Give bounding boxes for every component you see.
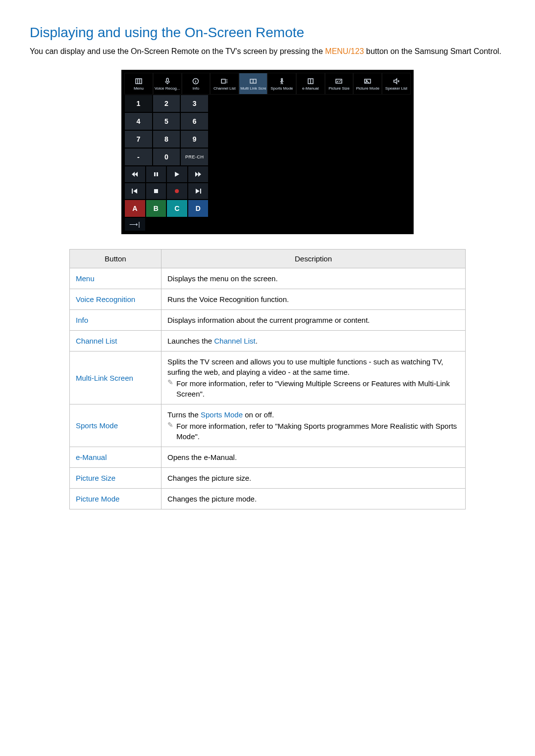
button-name: Channel List xyxy=(70,331,161,352)
picture-size-tile[interactable]: Picture Size xyxy=(325,73,354,95)
numpad-9[interactable]: 9 xyxy=(180,130,209,148)
pre-ch-button[interactable]: PRE-CH xyxy=(180,148,209,166)
info-tile[interactable]: Info xyxy=(182,73,211,95)
table-row: Sports Mode Turns the Sports Mode on or … xyxy=(70,404,466,447)
button-desc: Opens the e-Manual. xyxy=(161,447,466,468)
svg-marker-22 xyxy=(132,172,135,177)
note-icon: ✎ xyxy=(167,378,173,387)
on-screen-remote: Menu Voice Recog... Info Channel List Mu… xyxy=(121,70,414,234)
numpad-0[interactable]: 0 xyxy=(153,148,181,166)
remote-right-blank xyxy=(209,95,411,231)
play-icon xyxy=(173,171,180,177)
numpad-3[interactable]: 3 xyxy=(180,95,209,112)
menu-icon xyxy=(135,78,143,85)
color-a-button[interactable]: A xyxy=(124,200,146,217)
numpad-1[interactable]: 1 xyxy=(124,95,153,112)
button-name: e-Manual xyxy=(70,447,161,468)
sports-mode-tile-label: Sports Mode xyxy=(270,86,293,91)
skip-forward-button[interactable] xyxy=(188,183,209,200)
sports-mode-icon xyxy=(278,78,286,85)
intro-text-2: button on the Samsung Smart Control. xyxy=(364,47,501,55)
speaker-list-tile[interactable]: Speaker List xyxy=(382,73,411,95)
scroll-right-button[interactable]: ⟶| xyxy=(124,217,146,231)
svg-rect-25 xyxy=(157,172,158,176)
numpad-5[interactable]: 5 xyxy=(153,112,181,130)
fast-forward-icon xyxy=(195,171,202,177)
pause-button[interactable] xyxy=(146,166,167,183)
button-desc: Displays information about the current p… xyxy=(161,310,466,331)
color-b-button[interactable]: B xyxy=(146,200,167,217)
microphone-icon xyxy=(163,78,171,85)
rewind-button[interactable] xyxy=(124,166,146,183)
button-desc: Turns the Sports Mode on or off. ✎For mo… xyxy=(161,404,466,447)
channel-list-icon xyxy=(220,78,228,85)
skip-back-button[interactable] xyxy=(124,183,146,200)
play-button[interactable] xyxy=(166,166,188,183)
numpad-7[interactable]: 7 xyxy=(124,130,153,148)
menu123-label: MENU/123 xyxy=(325,47,364,55)
button-desc: Changes the picture size. xyxy=(161,468,466,489)
voice-recog-tile-label: Voice Recog... xyxy=(155,86,180,91)
button-desc: Launches the Channel List. xyxy=(161,331,466,352)
button-name: Info xyxy=(70,310,161,331)
stop-icon xyxy=(153,188,160,194)
numpad-6[interactable]: 6 xyxy=(180,112,209,130)
button-name: Picture Mode xyxy=(70,489,161,509)
button-name: Menu xyxy=(70,268,161,289)
multi-link-screen-tile[interactable]: Multi Link Screen xyxy=(239,73,268,95)
multi-link-icon xyxy=(249,78,257,85)
numpad-4[interactable]: 4 xyxy=(124,112,153,130)
svg-rect-29 xyxy=(132,189,133,194)
voice-recog-tile[interactable]: Voice Recog... xyxy=(153,73,182,95)
table-header-button: Button xyxy=(70,250,161,268)
button-description-table: Button Description Menu Displays the men… xyxy=(69,249,466,509)
speaker-list-tile-label: Speaker List xyxy=(385,86,407,91)
svg-marker-23 xyxy=(135,172,138,177)
stop-button[interactable] xyxy=(146,183,167,200)
fast-forward-button[interactable] xyxy=(188,166,209,183)
menu-tile[interactable]: Menu xyxy=(124,73,153,95)
button-name: Multi-Link Screen xyxy=(70,352,161,404)
svg-marker-26 xyxy=(175,172,179,177)
svg-rect-8 xyxy=(221,79,225,83)
picture-mode-tile[interactable]: Picture Mode xyxy=(353,73,382,95)
rewind-icon xyxy=(131,171,138,177)
svg-rect-33 xyxy=(200,189,201,194)
record-button[interactable] xyxy=(166,183,188,200)
numpad-2[interactable]: 2 xyxy=(153,95,181,112)
info-tile-label: Info xyxy=(193,86,199,91)
table-row: Menu Displays the menu on the screen. xyxy=(70,268,466,289)
svg-point-14 xyxy=(281,79,282,80)
svg-rect-24 xyxy=(154,172,156,176)
button-desc: Splits the TV screen and allows you to u… xyxy=(161,352,466,404)
table-row: Multi-Link Screen Splits the TV screen a… xyxy=(70,352,466,404)
desc-text: . xyxy=(256,337,258,345)
sports-mode-link: Sports Mode xyxy=(201,410,243,419)
button-name: Sports Mode xyxy=(70,404,161,447)
e-manual-tile[interactable]: e-Manual xyxy=(296,73,325,95)
e-manual-icon xyxy=(307,78,315,85)
picture-size-tile-label: Picture Size xyxy=(328,86,350,91)
table-row: Voice Recognition Runs the Voice Recogni… xyxy=(70,289,466,310)
numpad-dash[interactable]: - xyxy=(124,148,153,166)
table-row: Info Displays information about the curr… xyxy=(70,310,466,331)
skip-back-icon xyxy=(131,188,138,194)
sports-mode-tile[interactable]: Sports Mode xyxy=(268,73,296,95)
desc-text: Splits the TV screen and allows you to u… xyxy=(167,356,459,377)
remote-left-panel: 1 2 3 4 5 6 7 8 9 - 0 PRE-CH xyxy=(124,95,209,231)
svg-rect-0 xyxy=(136,79,142,84)
remote-top-icon-row: Menu Voice Recog... Info Channel List Mu… xyxy=(124,73,411,95)
button-name: Voice Recognition xyxy=(70,289,161,310)
svg-marker-32 xyxy=(196,189,200,194)
picture-size-icon xyxy=(335,78,343,85)
info-icon xyxy=(192,78,200,85)
svg-marker-28 xyxy=(198,172,201,177)
numpad-8[interactable]: 8 xyxy=(153,130,181,148)
channel-list-tile[interactable]: Channel List xyxy=(210,73,239,95)
svg-marker-27 xyxy=(195,172,198,177)
color-c-button[interactable]: C xyxy=(166,200,188,217)
color-d-button[interactable]: D xyxy=(188,200,209,217)
desc-text: Turns the xyxy=(167,410,201,419)
table-row: Picture Size Changes the picture size. xyxy=(70,468,466,489)
table-row: e-Manual Opens the e-Manual. xyxy=(70,447,466,468)
